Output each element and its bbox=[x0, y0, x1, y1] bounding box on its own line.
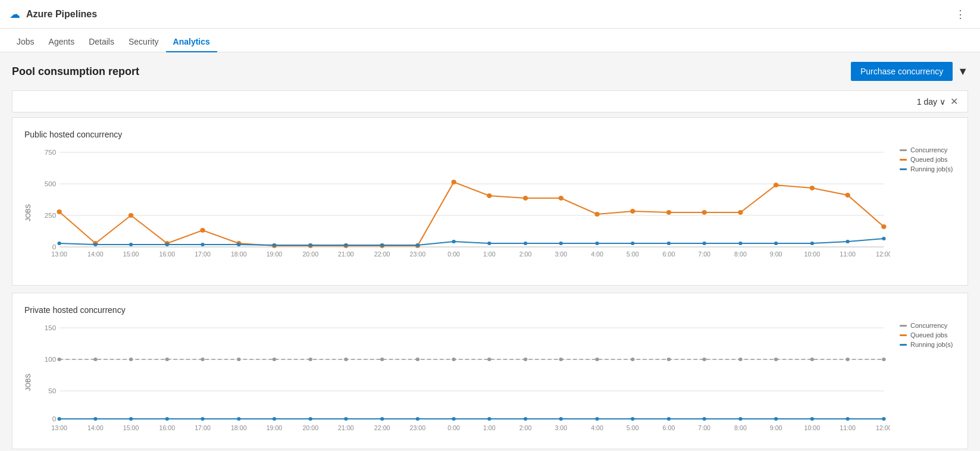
svg-point-33 bbox=[57, 242, 61, 245]
svg-point-27 bbox=[702, 210, 707, 215]
svg-point-45 bbox=[487, 242, 491, 245]
close-filter-button[interactable]: ✕ bbox=[950, 96, 958, 107]
private-chart-area: 150 100 50 0 bbox=[34, 322, 890, 443]
svg-text:18:00: 18:00 bbox=[231, 425, 247, 431]
svg-point-101 bbox=[452, 358, 455, 361]
private-legend-concurrency-label: Concurrency bbox=[910, 322, 947, 329]
svg-point-135 bbox=[810, 417, 814, 421]
svg-point-110 bbox=[774, 358, 778, 361]
svg-text:10:00: 10:00 bbox=[804, 251, 821, 258]
svg-point-113 bbox=[882, 358, 885, 361]
svg-point-49 bbox=[631, 242, 634, 245]
public-chart-legend: Concurrency Queued jobs Running job(s) bbox=[890, 146, 956, 279]
app-header: ☁ Azure Pipelines ⋮ bbox=[0, 0, 980, 29]
svg-point-38 bbox=[237, 243, 240, 246]
svg-point-91 bbox=[93, 358, 97, 361]
svg-point-21 bbox=[487, 193, 492, 198]
page-title: Pool consumption report bbox=[12, 65, 139, 78]
tab-security[interactable]: Security bbox=[121, 32, 166, 52]
legend-concurrency: Concurrency bbox=[900, 146, 956, 154]
legend-queued-dot bbox=[900, 159, 907, 161]
svg-text:150: 150 bbox=[45, 324, 57, 331]
svg-text:20:00: 20:00 bbox=[302, 425, 318, 431]
svg-text:6:00: 6:00 bbox=[663, 251, 675, 258]
svg-point-97 bbox=[309, 358, 312, 361]
private-legend-running: Running job(s) bbox=[900, 341, 956, 348]
svg-text:13:00: 13:00 bbox=[51, 425, 67, 431]
svg-point-103 bbox=[524, 358, 527, 361]
tab-jobs[interactable]: Jobs bbox=[10, 32, 42, 52]
svg-point-124 bbox=[416, 417, 419, 421]
svg-point-52 bbox=[738, 242, 742, 245]
more-options-button[interactable]: ⋮ bbox=[950, 5, 970, 23]
app-title: Azure Pipelines bbox=[26, 9, 97, 20]
svg-point-107 bbox=[667, 358, 671, 361]
svg-point-132 bbox=[702, 417, 706, 421]
filter-icon[interactable]: ▼ bbox=[957, 65, 968, 78]
legend-running-dot bbox=[900, 168, 907, 170]
svg-text:9:00: 9:00 bbox=[770, 425, 782, 431]
svg-point-54 bbox=[810, 242, 814, 245]
svg-text:19:00: 19:00 bbox=[267, 425, 283, 431]
tab-analytics[interactable]: Analytics bbox=[166, 32, 217, 52]
svg-text:13:00: 13:00 bbox=[51, 251, 67, 258]
svg-text:0:00: 0:00 bbox=[447, 425, 460, 431]
svg-point-111 bbox=[810, 358, 814, 361]
svg-text:100: 100 bbox=[45, 356, 57, 363]
filter-bar: 1 day ∨ ✕ bbox=[12, 90, 968, 112]
svg-point-99 bbox=[380, 358, 384, 361]
private-chart-container: JOBS 150 100 50 0 bbox=[24, 322, 956, 443]
svg-text:16:00: 16:00 bbox=[159, 251, 176, 258]
tab-agents[interactable]: Agents bbox=[42, 32, 82, 52]
svg-point-114 bbox=[57, 417, 61, 421]
svg-text:4:00: 4:00 bbox=[591, 425, 603, 431]
svg-point-134 bbox=[774, 417, 778, 421]
svg-point-53 bbox=[774, 242, 778, 245]
tab-details[interactable]: Details bbox=[82, 32, 121, 52]
svg-text:11:00: 11:00 bbox=[840, 251, 856, 258]
svg-text:17:00: 17:00 bbox=[195, 425, 211, 431]
day-selector[interactable]: 1 day ∨ bbox=[917, 97, 945, 107]
svg-text:15:00: 15:00 bbox=[123, 251, 139, 258]
svg-point-40 bbox=[309, 243, 312, 247]
svg-point-117 bbox=[165, 417, 169, 421]
svg-point-48 bbox=[595, 242, 599, 245]
svg-point-39 bbox=[273, 243, 276, 247]
svg-text:7:00: 7:00 bbox=[698, 425, 710, 431]
svg-text:19:00: 19:00 bbox=[267, 251, 283, 258]
svg-text:1:00: 1:00 bbox=[483, 251, 496, 258]
svg-point-100 bbox=[416, 358, 419, 361]
svg-point-122 bbox=[344, 417, 347, 421]
svg-text:1:00: 1:00 bbox=[483, 425, 496, 431]
svg-point-92 bbox=[129, 358, 133, 361]
private-legend-concurrency: Concurrency bbox=[900, 322, 956, 329]
svg-point-56 bbox=[882, 237, 885, 240]
svg-point-129 bbox=[595, 417, 599, 421]
svg-text:23:00: 23:00 bbox=[410, 251, 426, 258]
svg-point-95 bbox=[237, 358, 240, 361]
legend-queued: Queued jobs bbox=[900, 156, 956, 163]
page-actions: Purchase concurrency ▼ bbox=[851, 62, 968, 81]
svg-point-47 bbox=[559, 242, 563, 245]
svg-point-30 bbox=[810, 186, 815, 190]
svg-point-108 bbox=[702, 358, 706, 361]
svg-text:2:00: 2:00 bbox=[519, 425, 532, 431]
svg-text:14:00: 14:00 bbox=[87, 251, 104, 258]
svg-point-125 bbox=[452, 417, 455, 421]
svg-point-44 bbox=[452, 240, 455, 243]
svg-text:16:00: 16:00 bbox=[159, 425, 176, 431]
svg-text:10:00: 10:00 bbox=[804, 425, 821, 431]
svg-text:18:00: 18:00 bbox=[231, 251, 247, 258]
public-chart-container: JOBS 750 500 250 0 bbox=[24, 146, 956, 279]
purchase-concurrency-button[interactable]: Purchase concurrency bbox=[851, 62, 953, 81]
svg-point-96 bbox=[273, 358, 276, 361]
svg-text:50: 50 bbox=[48, 387, 56, 394]
svg-point-133 bbox=[738, 417, 742, 421]
svg-point-136 bbox=[846, 417, 849, 421]
public-chart-svg: 750 500 250 0 bbox=[34, 146, 890, 277]
svg-text:250: 250 bbox=[45, 212, 57, 219]
svg-text:14:00: 14:00 bbox=[87, 425, 104, 431]
svg-text:22:00: 22:00 bbox=[374, 425, 390, 431]
svg-point-13 bbox=[200, 228, 205, 233]
private-legend-running-dot bbox=[900, 344, 907, 346]
